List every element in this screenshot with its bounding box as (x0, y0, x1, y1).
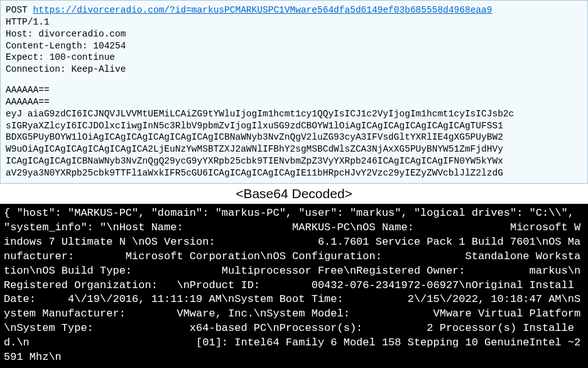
http-method: POST (6, 5, 28, 15)
header-host: Host: divorceradio.com (6, 28, 582, 40)
header-connection: Connection: Keep-Alive (6, 64, 582, 75)
request-line: POST https://divorceradio.com/?id=markus… (6, 4, 582, 16)
body-line: AAAAAA== (6, 84, 582, 96)
header-connection-value: Keep-Alive (71, 64, 126, 74)
header-content-length-label: Content-Length: (6, 41, 88, 51)
divider-label: <Base64 Decoded> (0, 184, 588, 204)
header-expect-label: Expect: (6, 52, 44, 62)
decoded-panel: { "host": "MARKUS-PC", "domain": "markus… (0, 204, 588, 368)
http-request-panel: POST https://divorceradio.com/?id=markus… (0, 0, 588, 184)
header-content-length-value: 104254 (93, 41, 126, 51)
body-line: aV29ya3N0YXRpb25cbk9TTFl1aWxkIFR5cGU6ICA… (6, 167, 582, 179)
header-expect-value: 100-continue (50, 52, 115, 62)
body-line: BDXG5PUyBOYW1lOiAgICAgICAgICAgICAgICAgIC… (6, 131, 582, 143)
request-url[interactable]: https://divorceradio.com/?id=markusPCMAR… (33, 5, 493, 15)
header-connection-label: Connection: (6, 64, 66, 74)
body-line: ICAgICAgICAgICBNaWNyb3NvZnQgQ29ycG9yYXRp… (6, 155, 582, 167)
header-expect: Expect: 100-continue (6, 52, 582, 64)
body-line: AAAAAA== (6, 96, 582, 108)
body-line: W9uOiAgICAgICAgICAgICAgICA2LjEuNzYwMSBTZ… (6, 143, 582, 155)
body-line: sIGRyaXZlcyI6ICJDOlxcIiwgInN5c3RlbV9pbmZ… (6, 120, 582, 132)
http-version: HTTP/1.1 (6, 16, 582, 28)
header-host-label: Host: (6, 29, 33, 39)
body-line: eyJ aiaG9zdCI6ICJNQVJLVVMtUEMiLCAiZG9tYW… (6, 108, 582, 120)
header-content-length: Content-Length: 104254 (6, 40, 582, 52)
request-body: AAAAAA== AAAAAA== eyJ aiaG9zdCI6ICJNQVJL… (6, 84, 582, 179)
header-host-value: divorceradio.com (38, 29, 126, 39)
